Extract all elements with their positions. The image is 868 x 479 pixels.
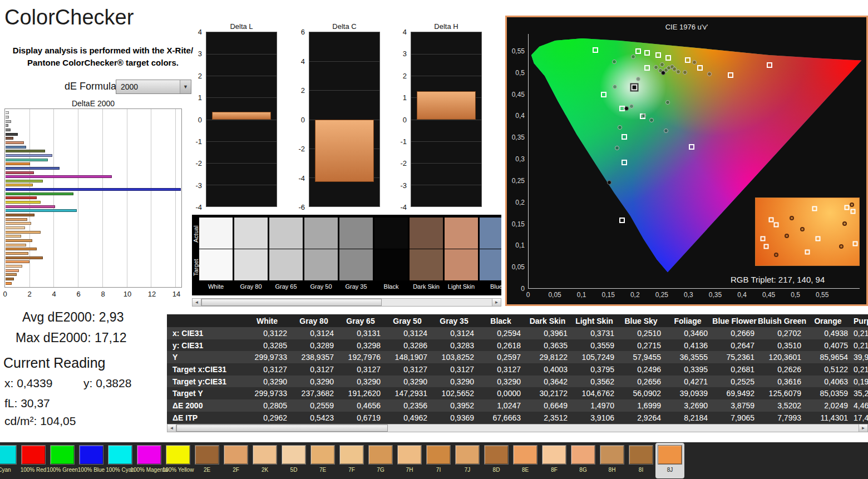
- toolbar-swatch-8i[interactable]: 8I: [627, 443, 655, 478]
- table-cell: 0,3290: [384, 377, 431, 386]
- toolbar-swatch-8f[interactable]: 8F: [540, 443, 569, 478]
- cie-target-marker: [697, 65, 703, 71]
- toolbar-swatch-100-yellow[interactable]: 100% Yellow: [164, 443, 193, 478]
- deltae-bar-row: [6, 111, 181, 115]
- deltae-bar-row: [6, 217, 181, 221]
- toolbar-swatch-100-magenta[interactable]: 100% Magenta: [135, 443, 164, 478]
- deltae-bar: [6, 120, 11, 123]
- axis-tick-label: 0,2: [630, 291, 640, 299]
- table-cell: 0,3635: [524, 341, 571, 350]
- toolbar-swatch-100-red[interactable]: 100% Red: [19, 443, 48, 478]
- patch-label: Gray 35: [339, 283, 373, 290]
- patch-label: Black: [374, 283, 408, 290]
- swatch-strip-scrollbar[interactable]: ◄ ►: [192, 298, 501, 307]
- cie-measurement-marker: [636, 77, 640, 81]
- scroll-right-icon[interactable]: ►: [492, 299, 501, 306]
- target-swatch: [480, 249, 501, 280]
- axis-tick-label: 0,35: [709, 291, 722, 299]
- description-line1: Display analysis is performed with the X…: [13, 46, 193, 55]
- table-row: ΔE 20000,28050,25590,46560,23560,39521,0…: [167, 399, 868, 412]
- toolbar-swatch-8h[interactable]: 8H: [598, 443, 627, 478]
- table-scrollbar[interactable]: ◄ ►: [167, 424, 868, 432]
- scroll-left-icon[interactable]: ◄: [167, 424, 176, 432]
- deltae-bar: [6, 146, 26, 149]
- deltae-bar: [6, 111, 9, 114]
- axis-tick-label: 8: [101, 290, 105, 298]
- measurement-table: WhiteGray 80Gray 65Gray 50Gray 35BlackDa…: [167, 314, 868, 424]
- cie-y-axis: 00,050,10,150,20,250,30,350,40,450,50,55: [508, 34, 526, 289]
- axis-tick-label: 0: [3, 290, 7, 298]
- table-cell: 0,2496: [618, 365, 664, 374]
- scrollbar-track[interactable]: [201, 299, 492, 306]
- colorchecker-window: ColorChecker Display analysis is perform…: [0, 0, 868, 479]
- table-cell: 0,213: [851, 341, 868, 350]
- deltae-bar-row: [6, 204, 181, 209]
- deltae-bar-row: [6, 183, 181, 187]
- table-cell: 56,0902: [618, 389, 664, 398]
- cie-target-marker: [622, 134, 627, 140]
- table-cell: 3,5202: [758, 401, 805, 410]
- cie-x-axis: 00,050,10,150,20,250,30,350,40,450,50,55: [528, 291, 862, 299]
- table-cell: 0,6719: [337, 413, 384, 422]
- toolbar-swatch-7g[interactable]: 7G: [366, 443, 395, 478]
- table-row: Target Y299,9733237,3682191,2620147,2931…: [167, 387, 868, 399]
- table-cell: 0,3562: [571, 377, 618, 386]
- cie-measurement-marker: [612, 60, 617, 64]
- deltae-bar: [6, 260, 29, 263]
- axis-tick-label: 0,45: [762, 291, 775, 299]
- color-patch-white: White: [199, 218, 233, 290]
- table-cell: 0,3559: [571, 341, 618, 350]
- axis-tick-label: 10: [124, 290, 131, 298]
- de-formula-dropdown[interactable]: 2000 ▼: [116, 80, 191, 94]
- toolbar-swatch-100-green[interactable]: 100% Green: [48, 443, 77, 478]
- table-cell: 85,0359: [805, 389, 851, 398]
- toolbar-swatch-7i[interactable]: 7I: [424, 443, 453, 478]
- toolbar-swatch-8d[interactable]: 8D: [482, 443, 511, 478]
- target-swatch: [410, 249, 443, 280]
- scrollbar-thumb[interactable]: [201, 299, 382, 306]
- swatch-label: 2F: [233, 467, 239, 473]
- swatch-label: 100% Red: [21, 467, 47, 473]
- toolbar-swatch-100-blue[interactable]: 100% Blue: [77, 443, 106, 478]
- toolbar-swatch-7h[interactable]: 7H: [395, 443, 424, 478]
- actual-row-label: Actual: [193, 218, 199, 250]
- cie-selected-marker: [632, 85, 638, 91]
- swatch-color: [310, 445, 335, 465]
- scroll-right-icon[interactable]: ►: [859, 424, 867, 432]
- scrollbar-track[interactable]: [176, 424, 859, 432]
- table-header-cell: Purpl: [851, 317, 868, 325]
- inset-measurement-marker: [839, 244, 844, 249]
- gridline: [411, 120, 481, 120]
- toolbar-swatch-7e[interactable]: 7E: [308, 443, 337, 478]
- toolbar-swatch-2k[interactable]: 2K: [250, 443, 279, 478]
- cie-measurement-marker: [660, 62, 664, 67]
- toolbar-swatch-5d[interactable]: 5D: [279, 443, 308, 478]
- toolbar-swatch-8g[interactable]: 8G: [569, 443, 598, 478]
- toolbar-swatch-2f[interactable]: 2F: [221, 443, 250, 478]
- toolbar-swatch-7f[interactable]: 7F: [337, 443, 366, 478]
- table-cell: 299,9733: [244, 389, 290, 398]
- scroll-left-icon[interactable]: ◄: [193, 299, 201, 306]
- toolbar-swatch-7j[interactable]: 7J: [453, 443, 482, 478]
- scrollbar-thumb[interactable]: [176, 424, 388, 432]
- current-cdm2: cd/m²: 104,05: [4, 414, 76, 428]
- toolbar-swatch-8e[interactable]: 8E: [511, 443, 540, 478]
- axis-tick-label: 0,25: [655, 291, 668, 299]
- axis-tick-label: 0,4: [515, 112, 525, 120]
- toolbar-swatch-2e[interactable]: 2E: [193, 443, 221, 478]
- axis-tick-label: 0,3: [684, 291, 693, 299]
- deltae-bar: [6, 154, 52, 157]
- color-patch-blue: Blue: [480, 218, 501, 290]
- table-header-cell: Gray 35: [431, 317, 477, 325]
- patch-label: Gray 80: [234, 283, 268, 290]
- table-header-cell: Blue Sky: [618, 317, 664, 325]
- axis-tick-label: -2: [298, 145, 305, 153]
- toolbar-swatch-8j[interactable]: 8J: [655, 443, 684, 478]
- toolbar-swatch-cyan[interactable]: Cyan: [0, 443, 19, 478]
- deltae-bar: [6, 133, 18, 136]
- actual-swatch: [374, 218, 408, 249]
- toolbar-swatch-100-cyan[interactable]: 100% Cyan: [106, 443, 135, 478]
- swatch-color: [50, 445, 75, 465]
- deltae-bar-row: [6, 230, 181, 234]
- deltae-bar: [6, 273, 17, 276]
